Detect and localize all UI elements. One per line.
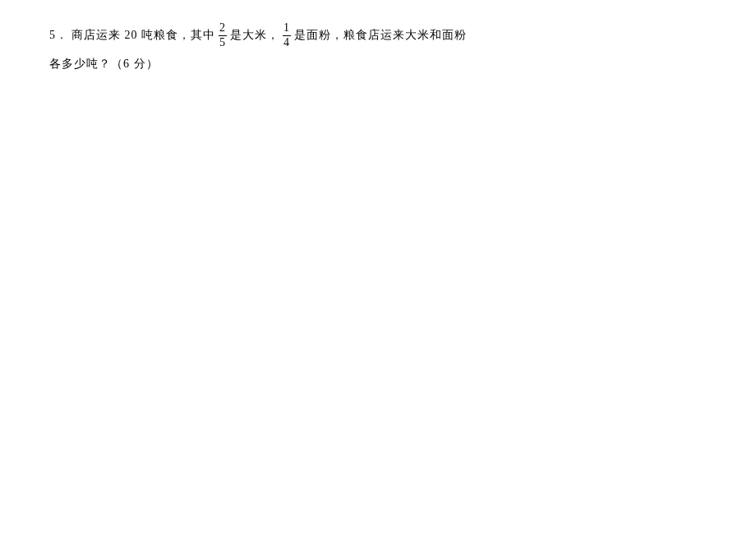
document-page: 5． 商店运来 20 吨粮食，其中 2 5 是大米， 1 4 是面粉，粮食店运来… [0,0,756,535]
fraction-1-denominator: 5 [219,37,227,49]
fraction-2: 1 4 [283,22,291,48]
text-line-2: 各多少吨？（6 分） [49,58,159,71]
fraction-1-numerator: 2 [219,22,227,35]
text-seg-c: 是面粉，粮食店运来大米和面粉 [294,29,467,43]
fraction-1: 2 5 [219,22,227,48]
question-line-2: 各多少吨？（6 分） [49,58,756,71]
text-seg-a: 商店运来 20 吨粮食，其中 [71,29,215,43]
question-line-1: 5． 商店运来 20 吨粮食，其中 2 5 是大米， 1 4 是面粉，粮食店运来… [49,23,756,48]
fraction-2-denominator: 4 [283,37,291,49]
question-number: 5． [49,29,68,43]
text-seg-b: 是大米， [230,29,279,43]
fraction-2-numerator: 1 [283,22,291,35]
